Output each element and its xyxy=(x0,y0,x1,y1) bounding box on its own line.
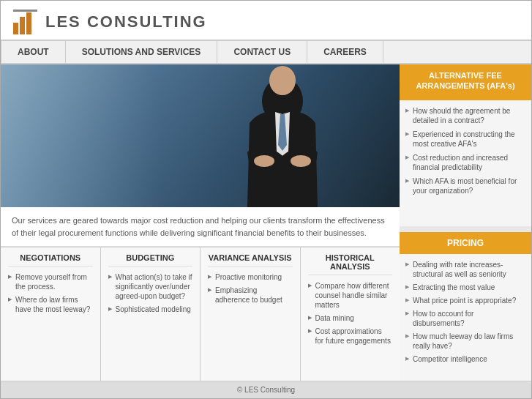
svg-point-5 xyxy=(269,66,296,95)
svg-rect-1 xyxy=(20,17,25,34)
description-text: Our services are geared towards major co… xyxy=(12,216,385,237)
svg-point-6 xyxy=(254,155,274,167)
nav-about[interactable]: ABOUT xyxy=(1,41,66,63)
list-item: What action(s) to take if significantly … xyxy=(108,272,193,301)
list-item: Where do law firms have the most leeway? xyxy=(8,295,93,314)
svg-point-7 xyxy=(291,155,311,167)
afa-item: Experienced in constructing the most cre… xyxy=(405,130,525,149)
service-variance: VARIANCE ANALYSIS Proactive monitoring E… xyxy=(201,247,301,381)
pricing-item: Extracting the most value xyxy=(405,283,525,292)
pricing-title: PRICING xyxy=(407,238,524,248)
list-item: Data mining xyxy=(308,313,393,323)
list-item: Sophisticated modeling xyxy=(108,305,193,314)
variance-title: VARIANCE ANALYSIS xyxy=(208,253,293,266)
logo-text: LES CONSULTING xyxy=(45,12,207,31)
svg-rect-0 xyxy=(13,23,18,34)
pricing-content: Dealing with rate increases- structural … xyxy=(400,254,531,381)
description: Our services are geared towards major co… xyxy=(1,207,400,247)
afa-item: Which AFA is most beneficial for your or… xyxy=(405,176,525,195)
svg-rect-2 xyxy=(26,12,31,34)
service-budgeting: BUDGETING What action(s) to take if sign… xyxy=(101,247,201,381)
list-item: Emphasizing adherence to budget xyxy=(208,286,293,305)
main-content: Our services are geared towards major co… xyxy=(1,64,531,381)
afa-title: ALTERNATIVE FEE ARRANGEMENTS (AFA's) xyxy=(407,70,524,92)
afa-list: How should the agreement be detailed in … xyxy=(405,106,525,195)
nav-bar: ABOUT SOLUTIONS AND SERVICES CONTACT US … xyxy=(1,41,531,64)
pricing-item: What price point is appropriate? xyxy=(405,296,525,305)
service-boxes: NEGOTIATIONS Remove yourself from the pr… xyxy=(1,247,400,381)
pricing-item: How to account for disbursements? xyxy=(405,309,525,328)
hero-image xyxy=(1,64,400,207)
nav-contact[interactable]: CONTACT US xyxy=(217,41,307,63)
nav-solutions[interactable]: SOLUTIONS AND SERVICES xyxy=(66,41,218,63)
budgeting-title: BUDGETING xyxy=(108,253,193,266)
logo-icon xyxy=(12,8,40,36)
pricing-item: Dealing with rate increases- structural … xyxy=(405,260,525,279)
negotiations-title: NEGOTIATIONS xyxy=(8,253,93,266)
negotiations-list: Remove yourself from the process. Where … xyxy=(8,272,93,314)
hero-person xyxy=(209,64,356,207)
svg-rect-3 xyxy=(13,10,37,12)
service-historical: HISTORICAL ANALYSIS Compare how differen… xyxy=(301,247,400,381)
pricing-item: How much leeway do law firms really have… xyxy=(405,332,525,351)
page-wrapper: LES CONSULTING ABOUT SOLUTIONS AND SERVI… xyxy=(0,0,532,399)
afa-item: How should the agreement be detailed in … xyxy=(405,106,525,125)
logo-container: LES CONSULTING xyxy=(12,8,207,36)
pricing-item: Competitor intelligence xyxy=(405,354,525,364)
right-panel: ALTERNATIVE FEE ARRANGEMENTS (AFA's) How… xyxy=(400,64,531,381)
service-negotiations: NEGOTIATIONS Remove yourself from the pr… xyxy=(1,247,101,381)
budgeting-list: What action(s) to take if significantly … xyxy=(108,272,193,314)
list-item: Compare how different counsel handle sim… xyxy=(308,281,393,310)
footer: © LES Consulting xyxy=(1,381,531,398)
variance-list: Proactive monitoring Emphasizing adheren… xyxy=(208,272,293,305)
footer-text: © LES Consulting xyxy=(237,386,295,394)
left-column: Our services are geared towards major co… xyxy=(1,64,400,381)
list-item: Proactive monitoring xyxy=(208,272,293,282)
pricing-header: PRICING xyxy=(400,232,531,254)
pricing-list: Dealing with rate increases- structural … xyxy=(405,260,525,364)
list-item: Remove yourself from the process. xyxy=(8,272,93,291)
historical-title: HISTORICAL ANALYSIS xyxy=(308,253,393,275)
list-item: Cost approximations for future engagemen… xyxy=(308,327,393,346)
historical-list: Compare how different counsel handle sim… xyxy=(308,281,393,346)
nav-careers[interactable]: CAREERS xyxy=(307,41,383,63)
header: LES CONSULTING xyxy=(1,1,531,41)
afa-item: Cost reduction and increased financial p… xyxy=(405,153,525,172)
afa-content: How should the agreement be detailed in … xyxy=(400,100,531,227)
afa-header: ALTERNATIVE FEE ARRANGEMENTS (AFA's) xyxy=(400,64,531,100)
